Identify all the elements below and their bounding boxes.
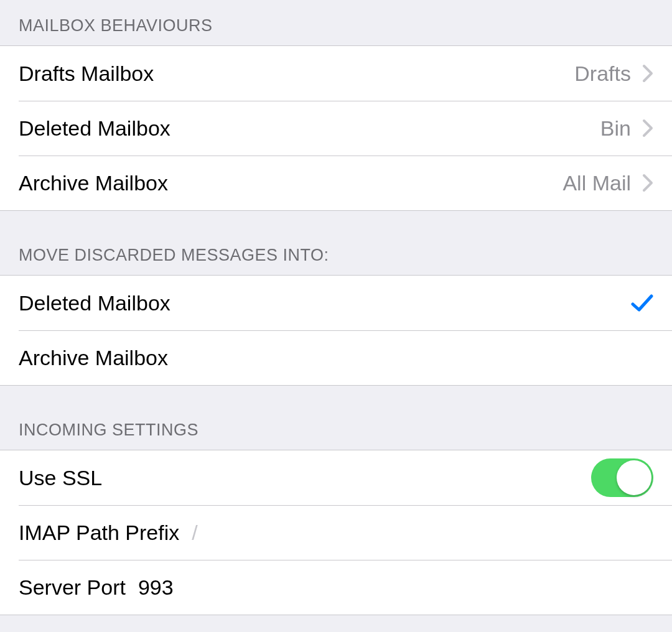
row-label: Server Port — [19, 575, 126, 600]
row-server-port[interactable]: Server Port 993 — [0, 560, 672, 615]
row-value: All Mail — [562, 171, 631, 195]
group-incoming-settings: Use SSL IMAP Path Prefix / Server Port 9… — [0, 450, 672, 615]
row-option-deleted-mailbox[interactable]: Deleted Mailbox — [0, 276, 672, 330]
section-header-mailbox-behaviours: Mailbox Behaviours — [0, 0, 672, 45]
row-label: Use SSL — [19, 466, 102, 490]
row-value: Drafts — [574, 62, 631, 86]
row-value: / — [192, 521, 197, 545]
row-value: 993 — [138, 575, 174, 600]
row-deleted-mailbox[interactable]: Deleted Mailbox Bin — [0, 101, 672, 156]
chevron-right-icon — [642, 119, 653, 137]
chevron-right-icon — [642, 174, 653, 192]
row-option-archive-mailbox[interactable]: Archive Mailbox — [0, 330, 672, 385]
group-move-discarded: Deleted Mailbox Archive Mailbox — [0, 275, 672, 386]
row-label: IMAP Path Prefix — [19, 521, 179, 545]
toggle-knob — [617, 460, 651, 495]
group-mailbox-behaviours: Drafts Mailbox Drafts Deleted Mailbox Bi… — [0, 45, 672, 211]
row-label: Deleted Mailbox — [19, 291, 170, 315]
row-imap-path-prefix[interactable]: IMAP Path Prefix / — [0, 505, 672, 560]
row-drafts-mailbox[interactable]: Drafts Mailbox Drafts — [0, 46, 672, 101]
row-label: Drafts Mailbox — [19, 62, 154, 86]
row-use-ssl: Use SSL — [0, 450, 672, 505]
row-label: Archive Mailbox — [19, 171, 168, 195]
row-archive-mailbox[interactable]: Archive Mailbox All Mail — [0, 156, 672, 210]
section-header-move-discarded: Move Discarded Messages Into: — [0, 211, 672, 275]
checkmark-icon — [631, 293, 653, 313]
row-value: Bin — [600, 116, 631, 141]
chevron-right-icon — [642, 64, 653, 83]
row-label: Deleted Mailbox — [19, 116, 170, 141]
section-header-incoming-settings: Incoming Settings — [0, 386, 672, 450]
toggle-use-ssl[interactable] — [591, 458, 653, 497]
row-label: Archive Mailbox — [19, 346, 168, 370]
